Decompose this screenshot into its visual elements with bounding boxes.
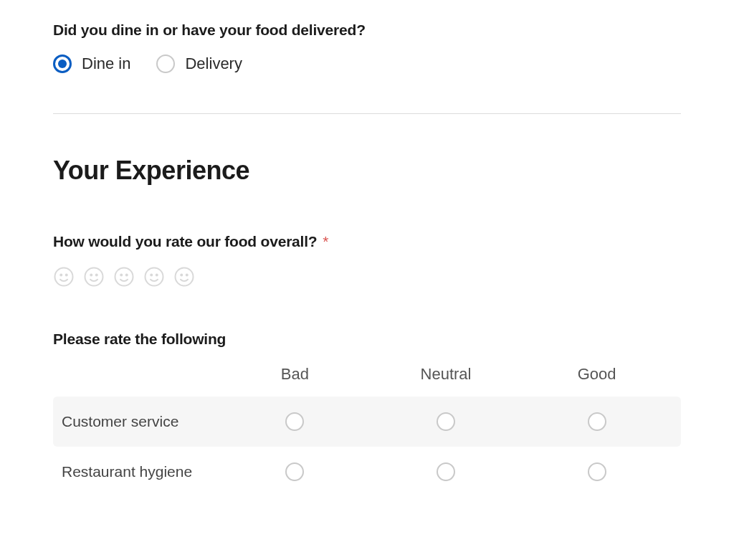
matrix-radio-customer-service-neutral[interactable]: [437, 412, 455, 431]
food-rating-label: How would you rate our food overall?: [53, 233, 317, 250]
matrix-row-label: Customer service: [62, 412, 219, 431]
matrix-radio-restaurant-hygiene-bad[interactable]: [285, 462, 304, 481]
food-rating-scale: [53, 266, 681, 290]
svg-point-0: [55, 268, 73, 286]
food-rating-question: How would you rate our food overall? *: [53, 233, 681, 250]
matrix-col-neutral: Neutral: [371, 365, 522, 384]
matrix-radio-customer-service-bad[interactable]: [285, 412, 304, 431]
smiley-icon[interactable]: [113, 266, 135, 290]
matrix-col-good: Good: [521, 365, 672, 384]
matrix-row-customer-service: Customer service: [53, 397, 681, 447]
svg-point-10: [151, 275, 152, 276]
required-asterisk: *: [323, 233, 328, 250]
svg-point-1: [60, 275, 62, 276]
radio-icon: [156, 54, 175, 73]
matrix-col-bad: Bad: [219, 365, 371, 384]
radio-dot-icon: [58, 60, 67, 68]
matrix-radio-restaurant-hygiene-good[interactable]: [588, 462, 606, 481]
svg-point-3: [85, 268, 103, 286]
svg-point-5: [96, 275, 97, 276]
radio-label: Dine in: [82, 54, 130, 73]
smiley-icon[interactable]: [173, 266, 195, 290]
radio-label: Delivery: [185, 54, 242, 73]
svg-point-14: [186, 275, 188, 276]
matrix-header: Bad Neutral Good: [53, 365, 681, 397]
smiley-icon[interactable]: [83, 266, 105, 290]
rating-matrix: Bad Neutral Good Customer service Restau…: [53, 365, 681, 498]
section-divider: [53, 113, 681, 114]
radio-option-delivery[interactable]: Delivery: [156, 54, 242, 73]
svg-point-13: [181, 275, 182, 276]
dine-or-delivery-question: Did you dine in or have your food delive…: [53, 22, 681, 39]
svg-point-9: [146, 268, 163, 286]
svg-point-2: [66, 275, 67, 276]
svg-point-6: [115, 268, 133, 286]
dine-or-delivery-options: Dine in Delivery: [53, 54, 681, 73]
rate-following-question: Please rate the following: [53, 331, 681, 348]
svg-point-12: [176, 268, 194, 286]
radio-option-dine-in[interactable]: Dine in: [53, 54, 130, 73]
svg-point-11: [156, 275, 158, 276]
experience-section-title: Your Experience: [53, 156, 681, 186]
matrix-radio-customer-service-good[interactable]: [588, 412, 606, 431]
matrix-row-label: Restaurant hygiene: [62, 462, 219, 481]
matrix-row-restaurant-hygiene: Restaurant hygiene: [53, 447, 681, 497]
svg-point-4: [90, 275, 92, 276]
smiley-icon[interactable]: [143, 266, 165, 290]
radio-icon: [53, 54, 72, 73]
svg-point-8: [126, 275, 128, 276]
svg-point-7: [120, 275, 122, 276]
smiley-icon[interactable]: [53, 266, 75, 290]
matrix-radio-restaurant-hygiene-neutral[interactable]: [437, 462, 455, 481]
